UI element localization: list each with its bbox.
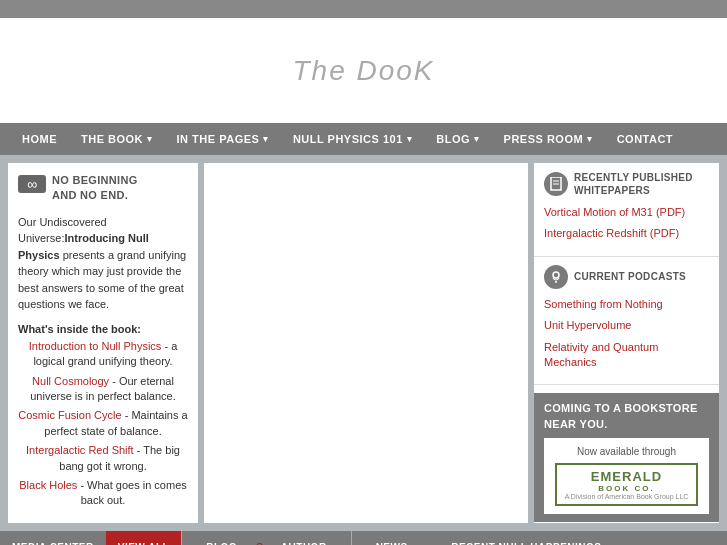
link-intergalactic[interactable]: Intergalactic Red Shift: [26, 444, 134, 456]
main-content: ∞ NO BEGINNING AND NO END. Our Undiscove…: [0, 155, 727, 531]
top-bar: [0, 0, 727, 18]
nav-item-blog[interactable]: BLOG ▾: [424, 123, 491, 155]
right-column: RECENTLY PUBLISHED WHITEPAPERS Vortical …: [534, 163, 719, 523]
middle-column: [204, 163, 528, 523]
link-cosmic-fusion[interactable]: Cosmic Fusion Cycle: [18, 409, 121, 421]
nav-item-pages[interactable]: IN THE PAGES ▾: [165, 123, 281, 155]
link-null-physics[interactable]: Introduction to Null Physics: [29, 340, 162, 352]
podcast-link-2[interactable]: Unit Hypervolume: [544, 318, 709, 333]
svg-point-3: [553, 272, 559, 278]
bookstore-title: COMING TO A BOOKSTORE NEAR YOU.: [544, 401, 709, 432]
emerald-top: EMERALD: [565, 469, 689, 484]
header-title: The DooK: [292, 55, 434, 87]
bookstore-subtitle: Now available through: [552, 446, 701, 457]
whitepapers-section: RECENTLY PUBLISHED WHITEPAPERS Vortical …: [534, 163, 719, 257]
list-item: Intergalactic Red Shift - The big bang g…: [18, 443, 188, 474]
list-item: Black Holes - What goes in comes back ou…: [18, 478, 188, 509]
left-header: ∞ NO BEGINNING AND NO END.: [18, 173, 188, 204]
left-header-text: NO BEGINNING AND NO END.: [52, 173, 138, 204]
chevron-down-icon: ▾: [407, 134, 413, 144]
list-item: Null Cosmology - Our eternal universe is…: [18, 374, 188, 405]
equals-icon: =: [426, 540, 434, 545]
list-item: Cosmic Fusion Cycle - Maintains a perfec…: [18, 408, 188, 439]
emerald-bot: A Division of American Book Group LLC: [565, 493, 689, 500]
link-null-cosmology[interactable]: Null Cosmology: [32, 375, 109, 387]
chevron-down-icon: ▾: [587, 134, 593, 144]
nav-bar: HOME THE BOOK ▾ IN THE PAGES ▾ NULL PHYS…: [0, 123, 727, 155]
bottom-bar: MEDIA CENTER VIEW ALL BLOG € AUTHOR NEWS…: [0, 531, 727, 545]
podcasts-section: CURRENT PODCASTS Something from Nothing …: [534, 257, 719, 386]
infinity-icon: ∞: [18, 175, 46, 193]
whitepaper-link-1[interactable]: Vortical Motion of M31 (PDF): [544, 205, 709, 220]
left-column: ∞ NO BEGINNING AND NO END. Our Undiscove…: [8, 163, 198, 523]
nav-item-pressroom[interactable]: PrESS RooM ▾: [492, 123, 605, 155]
news-section: NEWS = RECENT NULL HAPPENINGS: [352, 531, 727, 545]
document-icon: [544, 172, 568, 196]
nav-item-null-physics[interactable]: NULL PHYSICS 101 ▾: [281, 123, 424, 155]
podcast-link-3[interactable]: Relativity and Quantum Mechanics: [544, 340, 709, 371]
section-title: What's inside the book:: [18, 323, 188, 335]
header-area: The DooK: [0, 18, 727, 123]
chevron-down-icon: ▾: [263, 134, 269, 144]
podcasts-title: CURRENT PODCASTS: [574, 270, 686, 283]
list-item: Introduction to Null Physics - a logical…: [18, 339, 188, 370]
nav-item-home[interactable]: HOME: [10, 123, 69, 155]
nav-item-contact[interactable]: CONTACT: [605, 123, 685, 155]
whitepaper-link-2[interactable]: Intergalactic Redshift (PDF): [544, 226, 709, 241]
left-body: Our Undiscovered Universe:Introducing Nu…: [18, 214, 188, 313]
link-black-holes[interactable]: Black Holes: [19, 479, 77, 491]
emerald-logo: EMERALD BOOK CO. A Division of American …: [555, 463, 699, 506]
bookstore-body: Now available through EMERALD BOOK CO. A…: [544, 438, 709, 514]
view-all-button[interactable]: VIEW ALL: [106, 531, 181, 545]
podcasts-header: CURRENT PODCASTS: [544, 265, 709, 289]
whitepapers-header: RECENTLY PUBLISHED WHITEPAPERS: [544, 171, 709, 197]
chevron-down-icon: ▾: [474, 134, 480, 144]
blog-section: BLOG € AUTHOR: [182, 531, 350, 545]
podcast-icon: [544, 265, 568, 289]
whitepapers-title: RECENTLY PUBLISHED WHITEPAPERS: [574, 171, 693, 197]
media-center-section: MEDIA CENTER VIEW ALL: [0, 531, 181, 545]
emerald-mid: BOOK CO.: [565, 484, 689, 493]
nav-item-book[interactable]: THE BOOK ▾: [69, 123, 165, 155]
bookstore-section: COMING TO A BOOKSTORE NEAR YOU. Now avai…: [534, 393, 719, 522]
chevron-down-icon: ▾: [147, 134, 153, 144]
blog-euro-icon: €: [255, 540, 263, 545]
podcast-link-1[interactable]: Something from Nothing: [544, 297, 709, 312]
